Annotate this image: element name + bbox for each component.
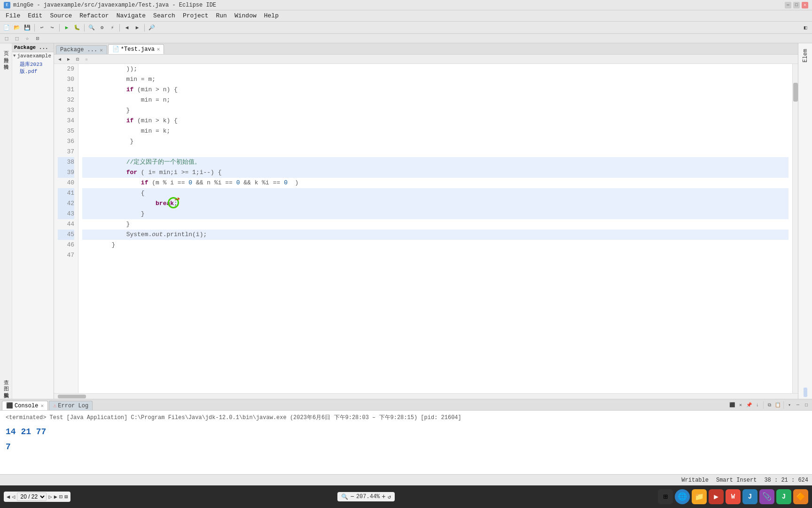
console-paste-btn[interactable]: 📋: [774, 401, 781, 409]
tb2-btn1[interactable]: ⬚: [2, 34, 11, 43]
console-pin-btn[interactable]: 📌: [745, 401, 753, 409]
menu-help[interactable]: Help: [260, 11, 282, 20]
console-close-icon[interactable]: ✕: [40, 403, 44, 409]
code-editor[interactable]: )); min = m; if (min > n) { min = n;: [78, 64, 792, 393]
minimap-indicator[interactable]: [804, 388, 807, 397]
page-nav-icon1[interactable]: ⊡: [59, 493, 62, 500]
toolbar-save[interactable]: 💾: [23, 23, 32, 32]
taskbar-chrome-icon[interactable]: 🌐: [675, 489, 690, 504]
code-line-37: [82, 147, 789, 157]
menu-source[interactable]: Source: [46, 11, 76, 20]
sidebar-label-convert[interactable]: 转换: [1, 58, 10, 62]
taskbar-icon9[interactable]: 🔶: [793, 489, 808, 504]
taskbar-eclipse-icon[interactable]: J: [742, 489, 757, 504]
eclipse-glyph: J: [748, 493, 752, 500]
tab-console[interactable]: ⬛ Console ✕: [2, 401, 48, 410]
console-more-btn[interactable]: ▾: [786, 401, 793, 409]
code-line-33: }: [82, 105, 789, 116]
sidebar-file-pdf[interactable]: 题库2023版.pdf: [12, 60, 54, 76]
scrollbar-thumb[interactable]: [793, 83, 798, 102]
zoom-out-btn[interactable]: −: [350, 493, 354, 500]
console-stop-btn[interactable]: ⬛: [728, 401, 736, 409]
vertical-scrollbar[interactable]: [792, 64, 798, 393]
taskbar-icon8[interactable]: J: [776, 489, 791, 504]
et-btn4[interactable]: ☆: [83, 56, 90, 63]
toolbar-ref2[interactable]: ⚡: [108, 23, 117, 32]
toolbar-zoom-in[interactable]: 🔎: [147, 23, 156, 32]
menu-file[interactable]: File: [2, 11, 24, 20]
editor-main: 29 30 31 32 33 34 35 36 37 38 39 40 41 4…: [54, 64, 798, 393]
tab-test-close[interactable]: ✕: [157, 46, 160, 52]
toolbar-ref1[interactable]: ⚙: [97, 23, 107, 32]
page-nav-select[interactable]: 20 / 22: [17, 492, 47, 501]
toolbar-undo[interactable]: ↩: [37, 23, 47, 32]
right-outline-panel: Elem: [798, 43, 812, 399]
taskbar-icon4[interactable]: ▶: [709, 489, 724, 504]
maximize-btn[interactable]: □: [793, 2, 800, 8]
toolbar-perspective[interactable]: ◧: [801, 23, 810, 32]
console-scroll-btn[interactable]: ↓: [754, 401, 761, 409]
console-minimize-btn[interactable]: ─: [794, 401, 802, 409]
tree-item-javaexample[interactable]: ▼ javaexample: [12, 52, 54, 60]
et-btn2[interactable]: ▶: [65, 56, 72, 63]
menu-search[interactable]: Search: [149, 11, 179, 20]
tb2-btn3[interactable]: ☆: [23, 34, 32, 43]
tb2-btn2[interactable]: ⬚: [12, 34, 22, 43]
toolbar-redo[interactable]: ↪: [47, 23, 57, 32]
et-btn1[interactable]: ◀: [56, 56, 63, 63]
taskbar-windows-icon[interactable]: ⊞: [658, 489, 673, 504]
menu-window[interactable]: Window: [231, 11, 260, 20]
close-btn[interactable]: ✕: [802, 2, 808, 8]
h-scrollbar-thumb[interactable]: [58, 395, 86, 398]
code-line-29: ));: [82, 64, 789, 74]
output-line1: 14 21 77: [6, 424, 806, 439]
sidebar-cn-labels: 页 注释 转换 查 图 实贴板 大小板: [0, 43, 12, 399]
zoom-in-btn[interactable]: +: [382, 493, 385, 500]
tb2-btn4[interactable]: ⊡: [33, 34, 42, 43]
toolbar-debug[interactable]: 🐛: [72, 23, 82, 32]
sidebar-label-clipboard[interactable]: 实贴板: [1, 387, 10, 390]
console-maximize-btn[interactable]: □: [803, 401, 810, 409]
page-nav-icon2[interactable]: ⊞: [64, 493, 68, 500]
sidebar-label-page[interactable]: 页: [1, 45, 10, 49]
menu-navigate[interactable]: Navigate: [113, 11, 149, 20]
toolbar-sep3: [84, 24, 85, 32]
toolbar-next[interactable]: ▶: [133, 23, 142, 32]
taskbar-icon7[interactable]: 📎: [759, 489, 774, 504]
taskbar-files-icon[interactable]: 📁: [692, 489, 707, 504]
tab-package-close[interactable]: ✕: [100, 47, 103, 53]
icon9-glyph: 🔶: [796, 492, 805, 501]
zoom-reset-btn[interactable]: ↺: [388, 493, 391, 500]
sidebar-label-size[interactable]: 大小板: [1, 393, 10, 397]
horizontal-scrollbar[interactable]: [54, 393, 798, 399]
menu-run[interactable]: Run: [212, 11, 231, 20]
toolbar-sep1: [34, 24, 35, 32]
toolbar-prev[interactable]: ◀: [122, 23, 132, 32]
menu-project[interactable]: Project: [179, 11, 212, 20]
console-copy-btn[interactable]: ⧉: [765, 401, 773, 409]
page-nav-next[interactable]: ▶: [54, 493, 57, 500]
page-nav-prev[interactable]: ◀: [7, 493, 10, 500]
minimize-btn[interactable]: ─: [785, 2, 791, 8]
page-nav-prev2[interactable]: ◁: [12, 493, 15, 500]
status-smart-insert: Smart Insert: [716, 477, 757, 484]
menu-edit[interactable]: Edit: [24, 11, 46, 20]
code-line-39: for ( i= min;i >= 1;i--) {: [82, 167, 789, 178]
sidebar-label-diagram[interactable]: 图: [1, 380, 10, 384]
tab-package-explorer[interactable]: Package ... ✕: [56, 45, 107, 54]
page-nav-next2[interactable]: ▷: [48, 493, 52, 500]
tab-test-java[interactable]: 📄 *Test.java ✕: [108, 44, 164, 54]
toolbar-new[interactable]: 📄: [2, 23, 11, 32]
menu-refactor[interactable]: Refactor: [76, 11, 112, 20]
et-btn3[interactable]: ⊡: [74, 56, 81, 63]
code-line-44: }: [82, 219, 789, 230]
sidebar-label-browse[interactable]: 查: [1, 373, 10, 377]
console-clear-btn[interactable]: ✕: [737, 401, 744, 409]
taskbar-icon5[interactable]: W: [726, 489, 741, 504]
toolbar-open[interactable]: 📂: [12, 23, 22, 32]
tab-error-log[interactable]: ⚠ Error Log: [49, 401, 93, 410]
toolbar-run[interactable]: ▶: [62, 23, 71, 32]
toolbar-search[interactable]: 🔍: [87, 23, 96, 32]
editor-inner-toolbar: ◀ ▶ ⊡ ☆: [54, 55, 798, 64]
sidebar-label-note[interactable]: 注释: [1, 52, 10, 56]
